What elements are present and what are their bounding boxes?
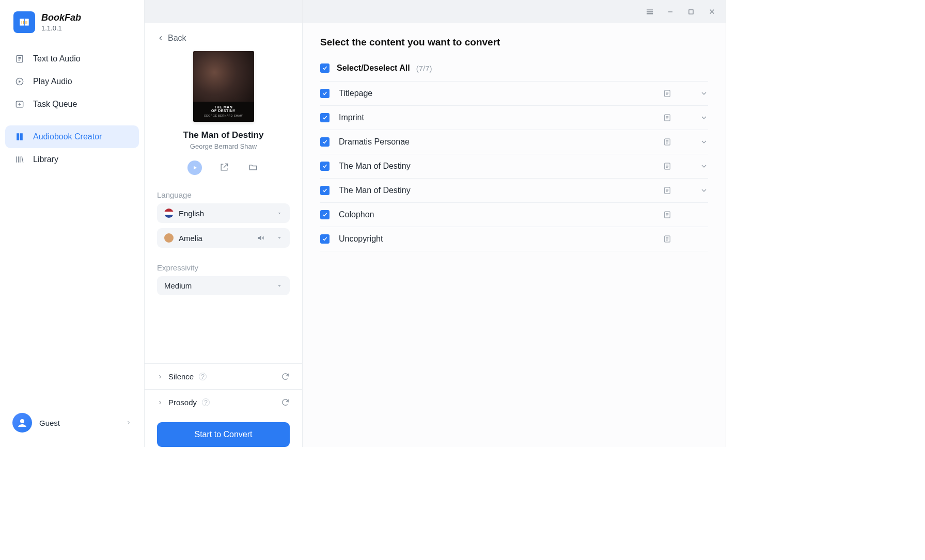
open-folder-button[interactable] [246, 161, 260, 174]
item-checkbox[interactable] [320, 137, 330, 147]
language-select[interactable]: English [157, 203, 290, 223]
item-label: Imprint [339, 113, 364, 122]
content-item-row: Colophon [320, 203, 708, 227]
app-logo-icon [13, 11, 35, 33]
item-label: The Man of Destiny [339, 162, 411, 171]
svg-rect-9 [689, 9, 693, 13]
chevron-down-icon[interactable] [700, 162, 708, 170]
item-label: Dramatis Personae [339, 137, 410, 147]
window-minimize-button[interactable] [666, 7, 675, 17]
document-icon[interactable] [663, 210, 672, 219]
voice-avatar-icon [164, 233, 174, 243]
window-titlebar [303, 0, 726, 23]
select-all-checkbox[interactable] [320, 63, 330, 73]
item-label: The Man of Destiny [339, 186, 411, 195]
item-checkbox[interactable] [320, 210, 330, 219]
chevron-down-icon[interactable] [700, 138, 708, 146]
chevron-right-icon [157, 374, 163, 380]
book-icon [14, 132, 25, 142]
start-convert-button[interactable]: Start to Convert [157, 422, 290, 447]
document-icon[interactable] [663, 113, 672, 122]
chevron-down-icon[interactable] [700, 186, 708, 195]
svg-rect-3 [25, 21, 25, 24]
voice-select[interactable]: Amelia [157, 228, 290, 248]
chevron-down-icon [276, 210, 283, 216]
sidebar-item-label: Library [33, 155, 58, 164]
settings-panel: Back THE MAN OF DESTINY GEORGE BERNARD S… [145, 0, 303, 447]
reset-icon[interactable] [281, 372, 290, 381]
voice-value: Amelia [179, 234, 202, 243]
book-author: George Bernard Shaw [190, 142, 257, 150]
help-icon[interactable]: ? [199, 373, 207, 380]
sidebar-item-play-audio[interactable]: Play Audio [5, 70, 139, 93]
book-cover: THE MAN OF DESTINY GEORGE BERNARD SHAW [193, 51, 254, 122]
chevron-down-icon[interactable] [700, 114, 708, 122]
app-version: 1.1.0.1 [41, 24, 81, 32]
svg-rect-2 [23, 21, 24, 24]
chevron-down-icon[interactable] [700, 89, 708, 98]
item-checkbox[interactable] [320, 234, 330, 244]
content-panel: Select the content you want to convert S… [303, 0, 726, 447]
svg-rect-4 [26, 21, 27, 24]
titlebar-spacer [145, 0, 302, 23]
document-icon[interactable] [663, 137, 672, 147]
chevron-right-icon [157, 399, 163, 406]
sidebar-item-task-queue[interactable]: Task Queue [5, 93, 139, 116]
select-all-count: (7/7) [416, 64, 432, 73]
sidebar-item-text-to-audio[interactable]: Text to Audio [5, 47, 139, 70]
language-section-label: Language [157, 190, 290, 199]
silence-label: Silence [168, 372, 194, 381]
item-checkbox[interactable] [320, 186, 330, 195]
sidebar-item-library[interactable]: Library [5, 148, 139, 171]
cover-author: GEORGE BERNARD SHAW [195, 114, 252, 117]
user-avatar-icon [12, 413, 32, 433]
sidebar-item-label: Text to Audio [33, 54, 81, 63]
expressivity-select[interactable]: Medium [157, 276, 290, 295]
export-button[interactable] [217, 161, 231, 174]
window-close-button[interactable] [707, 7, 716, 17]
speaker-icon[interactable] [257, 234, 265, 242]
user-name: Guest [39, 419, 60, 427]
chevron-left-icon [157, 35, 164, 42]
sidebar-item-audiobook-creator[interactable]: Audiobook Creator [5, 125, 139, 148]
item-checkbox[interactable] [320, 162, 330, 171]
play-circle-icon [14, 76, 25, 87]
expressivity-value: Medium [164, 281, 192, 290]
book-title: The Man of Destiny [183, 130, 264, 140]
document-icon[interactable] [663, 234, 672, 244]
sidebar-item-label: Task Queue [33, 100, 77, 109]
item-label: Colophon [339, 210, 374, 219]
content-item-row: Imprint [320, 106, 708, 130]
document-icon[interactable] [663, 186, 672, 195]
item-label: Uncopyright [339, 234, 383, 244]
page-title: Select the content you want to convert [320, 37, 708, 48]
preview-play-button[interactable] [187, 161, 202, 175]
content-item-row: Dramatis Personae [320, 130, 708, 154]
window-maximize-button[interactable] [686, 7, 696, 17]
help-icon[interactable]: ? [202, 398, 210, 406]
menu-icon[interactable] [645, 7, 654, 17]
chevron-right-icon [126, 420, 132, 426]
prosody-label: Prosody [168, 398, 197, 407]
logo-block: BookFab 1.1.0.1 [0, 11, 144, 40]
svg-rect-1 [22, 21, 22, 24]
item-checkbox[interactable] [320, 89, 330, 98]
content-item-row: Titlepage [320, 82, 708, 106]
item-label: Titlepage [339, 89, 372, 98]
back-button[interactable]: Back [157, 34, 290, 43]
prosody-section[interactable]: Prosody ? [145, 389, 302, 415]
select-all-label: Select/Deselect All [337, 63, 410, 73]
content-item-row: The Man of Destiny [320, 179, 708, 203]
silence-section[interactable]: Silence ? [145, 363, 302, 389]
library-icon [14, 154, 25, 165]
document-icon [14, 54, 25, 64]
user-account-row[interactable]: Guest [0, 408, 144, 438]
item-checkbox[interactable] [320, 113, 330, 122]
document-icon[interactable] [663, 89, 672, 98]
reset-icon[interactable] [281, 398, 290, 407]
content-item-row: The Man of Destiny [320, 154, 708, 179]
language-value: English [179, 209, 204, 218]
chevron-down-icon [276, 283, 283, 289]
document-icon[interactable] [663, 162, 672, 171]
svg-point-8 [20, 419, 24, 423]
